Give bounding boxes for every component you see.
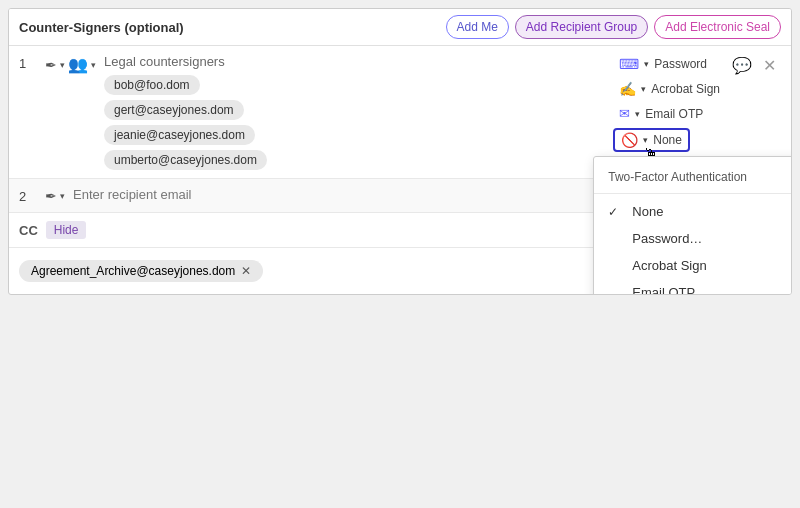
comment-icon[interactable]: 💬 bbox=[732, 56, 752, 75]
cc-chip-remove-button[interactable]: ✕ bbox=[241, 264, 251, 278]
header-actions: Add Me Add Recipient Group Add Electroni… bbox=[446, 15, 782, 39]
add-electronic-seal-button[interactable]: Add Electronic Seal bbox=[654, 15, 781, 39]
row-1-right: ⌨ ▾ Password ✍ ▾ Acrobat Sign bbox=[613, 54, 781, 152]
close-row-1-button[interactable]: ✕ bbox=[758, 54, 781, 77]
recipients-list: bob@foo.dom gert@caseyjones.dom jeanie@c… bbox=[104, 75, 603, 170]
recipient-chip-0: bob@foo.dom bbox=[104, 75, 200, 95]
row-2-number: 2 bbox=[19, 187, 37, 204]
row-2-icons: ✒ ▾ bbox=[45, 187, 65, 204]
dropdown-password-label: Password… bbox=[632, 231, 702, 246]
dropdown-item-none[interactable]: ✓ None bbox=[594, 198, 792, 225]
auth-password-button[interactable]: ⌨ ▾ Password bbox=[613, 54, 713, 74]
auth-password-row: ⌨ ▾ Password bbox=[613, 54, 726, 74]
password-chevron-icon: ▾ bbox=[644, 59, 649, 69]
emailotp-chevron-icon: ▾ bbox=[635, 109, 640, 119]
pen-chevron-icon-2[interactable]: ▾ bbox=[60, 191, 65, 201]
auth-password-label: Password bbox=[654, 57, 707, 71]
dropdown-item-emailotp[interactable]: Email OTP bbox=[594, 279, 792, 295]
cc-chip-email: Agreement_Archive@caseyjones.dom bbox=[31, 264, 235, 278]
group-label: Legal countersigners bbox=[104, 54, 603, 69]
header: Counter-Signers (optional) Add Me Add Re… bbox=[9, 9, 791, 46]
dropdown-item-acrobat[interactable]: Acrobat Sign bbox=[594, 252, 792, 279]
auth-emailotp-row: ✉ ▾ Email OTP bbox=[613, 104, 726, 123]
auth-none-row: 🚫 ▾ None 🖱 Two-Factor Authentication ? bbox=[613, 128, 726, 152]
row-1-number: 1 bbox=[19, 54, 37, 71]
acrobat-chevron-icon: ▾ bbox=[641, 84, 646, 94]
main-container: Counter-Signers (optional) Add Me Add Re… bbox=[8, 8, 792, 295]
auth-none-button[interactable]: 🚫 ▾ None bbox=[613, 128, 690, 152]
recipient-row-1: 1 ✒ ▾ 👥 ▾ Legal countersigners bob@foo.d… bbox=[9, 46, 791, 179]
auth-emailotp-button[interactable]: ✉ ▾ Email OTP bbox=[613, 104, 709, 123]
page-title: Counter-Signers (optional) bbox=[19, 20, 184, 35]
dropdown-header-label: Two-Factor Authentication bbox=[608, 170, 747, 184]
dropdown-header: Two-Factor Authentication ? bbox=[594, 165, 792, 194]
add-recipient-group-button[interactable]: Add Recipient Group bbox=[515, 15, 648, 39]
checkmark-none-icon: ✓ bbox=[608, 205, 624, 219]
pen-chevron-icon[interactable]: ▾ bbox=[60, 60, 65, 70]
auth-acrobat-button[interactable]: ✍ ▾ Acrobat Sign bbox=[613, 79, 726, 99]
none-icon: 🚫 bbox=[621, 132, 638, 148]
auth-none-label: None bbox=[653, 133, 682, 147]
auth-emailotp-label: Email OTP bbox=[645, 107, 703, 121]
row-1-icons: ✒ ▾ 👥 ▾ bbox=[45, 54, 96, 74]
hide-cc-button[interactable]: Hide bbox=[46, 221, 87, 239]
cc-chip: Agreement_Archive@caseyjones.dom ✕ bbox=[19, 260, 263, 282]
auth-acrobat-label: Acrobat Sign bbox=[651, 82, 720, 96]
dropdown-emailotp-label: Email OTP bbox=[632, 285, 695, 295]
dropdown-item-password[interactable]: Password… bbox=[594, 225, 792, 252]
add-me-button[interactable]: Add Me bbox=[446, 15, 509, 39]
group-icon: 👥 bbox=[68, 55, 88, 74]
acrobat-sign-icon: ✍ bbox=[619, 81, 636, 97]
pen-icon: ✒ bbox=[45, 57, 57, 73]
recipient-chip-2: jeanie@caseyjones.dom bbox=[104, 125, 255, 145]
auth-methods-column: ⌨ ▾ Password ✍ ▾ Acrobat Sign bbox=[613, 54, 726, 152]
password-icon: ⌨ bbox=[619, 56, 639, 72]
row-1-left: Legal countersigners bob@foo.dom gert@ca… bbox=[104, 54, 603, 170]
dropdown-acrobat-label: Acrobat Sign bbox=[632, 258, 706, 273]
dropdown-none-label: None bbox=[632, 204, 663, 219]
cc-label: CC bbox=[19, 223, 38, 238]
pen-icon-2: ✒ bbox=[45, 188, 57, 204]
email-otp-icon: ✉ bbox=[619, 106, 630, 121]
auth-acrobat-row: ✍ ▾ Acrobat Sign bbox=[613, 79, 726, 99]
auth-dropdown-menu: Two-Factor Authentication ? ✓ None bbox=[593, 156, 792, 295]
recipient-chip-3: umberto@caseyjones.dom bbox=[104, 150, 267, 170]
row-1-content: Legal countersigners bob@foo.dom gert@ca… bbox=[104, 54, 781, 170]
none-chevron-icon: ▾ bbox=[643, 135, 648, 145]
recipient-chip-1: gert@caseyjones.dom bbox=[104, 100, 244, 120]
group-chevron-icon[interactable]: ▾ bbox=[91, 60, 96, 70]
